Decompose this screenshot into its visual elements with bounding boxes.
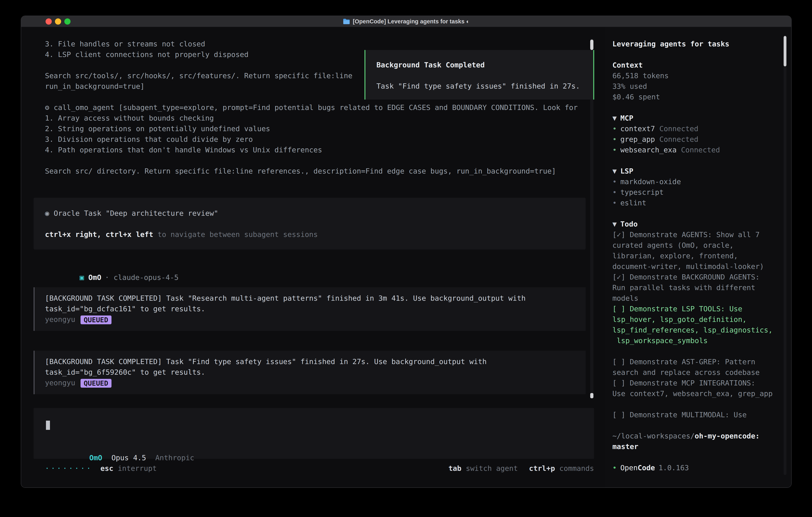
todo-header[interactable]: ▼Todo [612,219,791,229]
background-task-toast: Background Task Completed Task "Find typ… [365,50,594,100]
todo-line-current: lsp_find_references, lsp_diagnostics, [612,325,791,335]
minimize-window-button[interactable] [55,19,61,25]
tab-key-hint: tab [448,463,461,473]
context-used: 33% used [612,81,791,91]
lsp-header[interactable]: ▼LSP [612,166,791,176]
mcp-status: Connected [659,125,698,133]
main-scrollbar-thumb[interactable] [590,39,593,50]
workspace-path: ~/local-workspaces/oh-my-opencode: [612,431,791,441]
sidebar-scrollbar-thumb[interactable] [784,36,786,66]
message-line: task_id="bg_6f59260c" to get results. [45,367,586,377]
tool-call-text: call_omo_agent [subagent_type=explore, p… [54,103,578,112]
active-agent-label: OmO [89,454,102,462]
oracle-task-panel: ◉Oracle Task "Deep architecture review" … [34,198,586,249]
todo-line: [✓] Demonstrate AGENTS: Show all 7 [612,229,791,240]
mcp-item: •websearch_exaConnected [612,144,791,155]
gear-icon: ⚙ [45,103,49,112]
sidebar-scrollbar-track[interactable] [784,35,786,475]
chevron-down-icon: ▼ [612,220,617,228]
mcp-status: Connected [681,146,720,154]
main-scrollbar-thumb-bottom[interactable] [590,393,593,398]
text-cursor [46,420,50,430]
todo-line-current: lsp_workspace_symbols [612,335,791,346]
shortcut-keys: ctrl+x right, ctrl+x left [45,230,153,239]
author-label: yeongyu [45,379,75,387]
terminal-main: 3. File handles or streams not closed 4.… [21,27,605,487]
tool-call-line: ⚙call_omo_agent [subagent_type=explore, … [45,102,578,113]
task-completed-message: [BACKGROUND TASK COMPLETED] Task "Resear… [34,287,586,331]
terminal-line: Search src/ directory. Return specific f… [45,166,578,176]
lsp-name: markdown-oxide [620,178,681,186]
todo-line-current: [ ] Demonstrate LSP TOOLS: Use [612,303,791,314]
zoom-window-button[interactable] [64,19,70,25]
todo-line: search and replace across codebase [612,367,791,378]
message-line: [BACKGROUND TASK COMPLETED] Task "Find t… [45,356,586,367]
input-footer: OmOOpus 4.5Anthropic [46,442,194,453]
queued-badge: QUEUED [81,316,112,324]
shortcut-hint: to navigate between subagent sessions [153,230,318,239]
task-completed-message: [BACKGROUND TASK COMPLETED] Task "Find t… [34,351,586,394]
terminal-line: 4. Path operations that don't handle Win… [45,144,578,155]
repo-name: oh-my-opencode: [695,432,760,440]
terminal-line: 3. Division operations that could divide… [45,134,578,144]
agent-icon: ▣ [80,273,84,281]
branch-name: master [612,441,791,452]
chevron-down-icon: ▼ [612,114,617,122]
bullet-icon: • [612,188,617,196]
toast-body: Task "Find type safety issues" finished … [376,81,593,91]
titlebar: [OpenCode] Leveraging agents for tasks ◐ [21,16,791,27]
status-bullet-icon: • [612,125,617,133]
prompt-input[interactable]: OmOOpus 4.5Anthropic [34,408,594,459]
todo-line: document-writer, multimodal-looker) [612,261,791,272]
todo-line: [✓] Demonstrate BACKGROUND AGENTS: [612,272,791,282]
close-window-button[interactable] [46,19,52,25]
toast-title: Background Task Completed [376,60,593,70]
mcp-name: context7 [620,125,655,133]
lsp-item: •typescript [612,187,791,197]
todo-line: librarian, explore, frontend, [612,250,791,261]
mcp-name: websearch_exa [620,146,677,154]
spinner: ········ [45,463,92,473]
tab-key-label: switch agent [466,463,518,473]
todo-line: [ ] Demonstrate MCP INTEGRATIONS: [612,378,791,388]
context-tokens: 66,518 tokens [612,71,791,81]
mcp-header[interactable]: ▼MCP [612,113,791,124]
mcp-name: grep_app [620,135,655,143]
active-model-label: Opus 4.5 [112,454,146,462]
app-window: [OpenCode] Leveraging agents for tasks ◐… [21,16,792,488]
bullet-icon: • [612,178,617,186]
lsp-item: •markdown-oxide [612,176,791,187]
context-spent: $0.46 spent [612,91,791,102]
todo-line-current: lsp_hover, lsp_goto_definition, [612,314,791,325]
status-bar-right: tab switch agent ctrl+p commands [448,463,594,473]
record-icon: ◉ [45,209,49,217]
agent-header: ▣OmO· claude-opus-4-5 [45,262,179,272]
status-bullet-icon: • [612,464,617,472]
queued-badge: QUEUED [81,379,112,388]
window-title-area: [OpenCode] Leveraging agents for tasks ◐ [343,18,470,25]
terminal-line: 3. File handles or streams not closed [45,38,578,49]
path-prefix: ~/local-workspaces/ [612,432,695,440]
ctrl-p-key-hint: ctrl+p [529,463,555,473]
status-bullet-icon: • [612,146,617,154]
app-name-bold: Code [638,464,655,472]
todo-line: Use context7, websearch_exa, grep_app [612,388,791,399]
todo-line: models [612,293,791,303]
mcp-item: •grep_appConnected [612,134,791,144]
app-version: 1.0.163 [659,464,689,472]
status-bar: ········ esc interrupt tab switch agent … [45,463,594,473]
message-footer: yeongyuQUEUED [45,377,586,388]
oracle-task-title-line: ◉Oracle Task "Deep architecture review" [45,208,586,219]
lsp-name: eslint [620,199,646,207]
terminal-line: 2. String operations on potentially unde… [45,124,578,134]
agent-model: · claude-opus-4-5 [105,273,178,281]
todo-line: Run parallel tasks with different [612,282,791,293]
esc-key-label: interrupt [118,463,157,473]
agent-name: OmO [88,273,101,281]
session-title: Leveraging agents for tasks [612,38,791,49]
provider-label: Anthropic [155,454,194,462]
bullet-icon: • [612,199,617,207]
app-version-footer: •OpenCode1.0.163 [612,462,791,473]
chevron-down-icon: ▼ [612,167,617,175]
sidebar: Leveraging agents for tasks Context 66,5… [605,27,791,487]
